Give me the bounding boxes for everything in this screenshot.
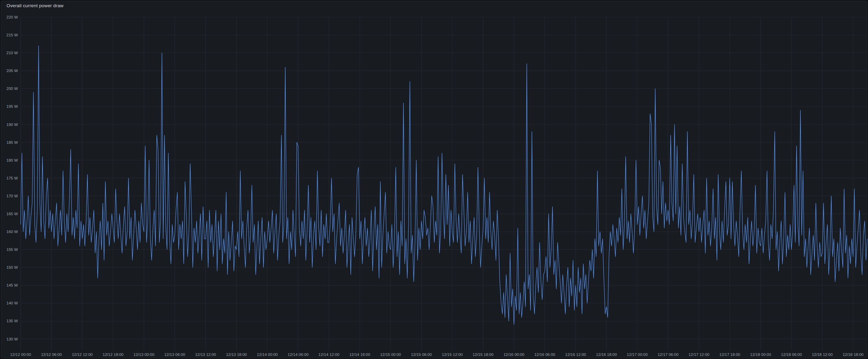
x-tick-label: 12/18 18:00 (843, 352, 864, 357)
x-tick-label: 12/14 12:00 (319, 352, 340, 357)
x-tick-label: 12/12 12:00 (72, 352, 93, 357)
y-tick-label: 180 W (7, 158, 18, 162)
y-tick-label: 160 W (7, 230, 18, 234)
y-tick-label: 155 W (7, 247, 18, 252)
x-tick-label: 12/18 06:00 (781, 352, 802, 357)
y-tick-label: 140 W (7, 301, 18, 305)
axis-labels: 130 W135 W140 W145 W150 W155 W160 W165 W… (7, 15, 864, 357)
x-tick-label: 12/16 12:00 (565, 352, 586, 357)
x-tick-label: 12/16 18:00 (596, 352, 617, 357)
y-tick-label: 130 W (7, 337, 18, 341)
x-tick-label: 12/14 00:00 (257, 352, 278, 357)
y-tick-label: 205 W (7, 69, 18, 73)
x-tick-label: 12/16 00:00 (503, 352, 524, 357)
y-tick-label: 150 W (7, 265, 18, 269)
x-tick-label: 12/15 06:00 (411, 352, 432, 357)
x-tick-label: 12/18 12:00 (812, 352, 833, 357)
y-tick-label: 220 W (7, 15, 18, 19)
x-tick-label: 12/17 06:00 (658, 352, 678, 357)
y-tick-label: 135 W (7, 319, 18, 323)
series-line (21, 46, 867, 325)
x-tick-label: 12/18 00:00 (750, 352, 771, 357)
y-tick-label: 175 W (7, 176, 18, 180)
y-tick-label: 200 W (7, 86, 18, 91)
y-tick-label: 190 W (7, 123, 18, 127)
y-tick-label: 210 W (7, 51, 18, 55)
y-tick-label: 170 W (7, 194, 18, 198)
x-tick-label: 12/16 06:00 (534, 352, 555, 357)
x-tick-label: 12/17 12:00 (688, 352, 709, 357)
x-tick-label: 12/15 00:00 (380, 352, 401, 357)
x-tick-label: 12/12 18:00 (103, 352, 124, 357)
x-tick-label: 12/12 00:00 (10, 352, 31, 357)
x-tick-label: 12/13 18:00 (226, 352, 247, 357)
x-tick-label: 12/13 06:00 (164, 352, 185, 357)
x-tick-label: 12/14 18:00 (349, 352, 370, 357)
time-series-chart[interactable]: 130 W135 W140 W145 W150 W155 W160 W165 W… (0, 0, 868, 359)
x-tick-label: 12/15 12:00 (442, 352, 463, 357)
y-tick-label: 215 W (7, 33, 18, 37)
x-tick-label: 12/12 06:00 (41, 352, 62, 357)
x-tick-label: 12/17 18:00 (719, 352, 740, 357)
y-tick-label: 185 W (7, 140, 18, 144)
x-tick-label: 12/13 00:00 (134, 352, 155, 357)
y-tick-label: 145 W (7, 283, 18, 287)
x-tick-label: 12/17 00:00 (627, 352, 648, 357)
y-tick-label: 195 W (7, 104, 18, 108)
x-tick-label: 12/15 18:00 (473, 352, 494, 357)
y-tick-label: 165 W (7, 212, 18, 216)
grid-lines (21, 17, 867, 350)
x-tick-label: 12/13 12:00 (195, 352, 216, 357)
x-tick-label: 12/14 06:00 (288, 352, 309, 357)
